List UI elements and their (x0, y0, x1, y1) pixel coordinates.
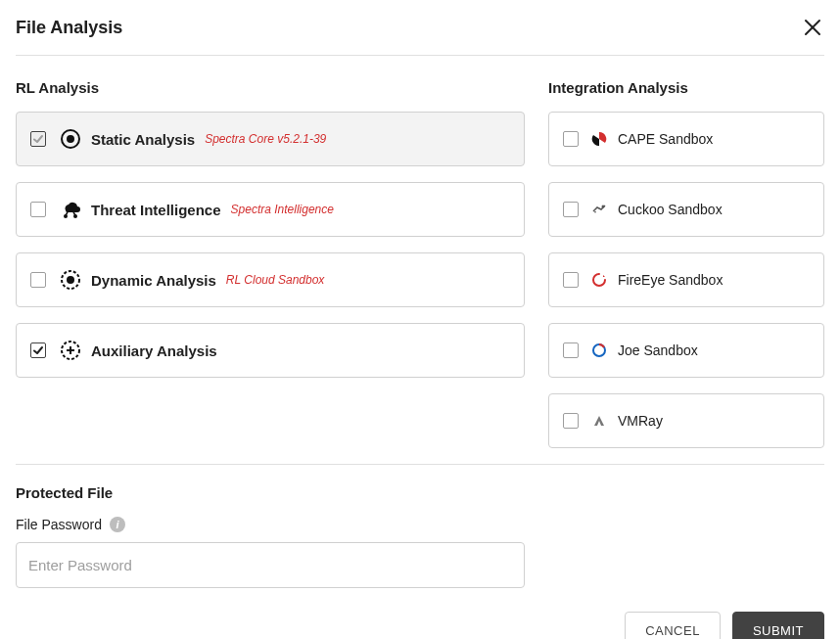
checkbox-vmray[interactable] (563, 413, 579, 429)
svg-point-13 (602, 205, 605, 208)
svg-point-3 (67, 135, 74, 143)
modal-header: File Analysis (16, 16, 824, 55)
close-button[interactable] (801, 16, 824, 39)
check-icon (32, 133, 44, 145)
option-joe-sandbox[interactable]: Joe Sandbox (548, 323, 824, 378)
option-label: Static Analysis (91, 131, 195, 148)
analysis-columns: RL Analysis Static Analysis Spectra Core… (16, 79, 824, 464)
checkbox-cuckoo-sandbox[interactable] (563, 202, 579, 217)
option-static-analysis[interactable]: Static Analysis Spectra Core v5.2.1-39 (16, 112, 525, 166)
rl-analysis-heading: RL Analysis (16, 79, 525, 96)
target-icon (60, 128, 81, 150)
integration-analysis-column: Integration Analysis CAPE Sandbox (548, 79, 824, 464)
option-cuckoo-sandbox[interactable]: Cuckoo Sandbox (548, 182, 824, 237)
file-password-label: File Password (16, 517, 102, 532)
svg-line-7 (73, 212, 75, 215)
protected-file-section: Protected File File Password i (16, 484, 824, 588)
cuckoo-icon (590, 201, 608, 218)
checkbox-static-analysis[interactable] (30, 131, 46, 147)
option-auxiliary-analysis[interactable]: Auxiliary Analysis (16, 323, 525, 378)
option-cape-sandbox[interactable]: CAPE Sandbox (548, 112, 824, 166)
checkbox-fireeye-sandbox[interactable] (563, 272, 579, 288)
cancel-button[interactable]: CANCEL (625, 612, 721, 639)
file-analysis-modal: File Analysis RL Analysis (0, 0, 840, 639)
checkbox-threat-intelligence[interactable] (30, 202, 46, 217)
option-label: CAPE Sandbox (618, 131, 713, 147)
file-password-row: File Password i (16, 517, 824, 532)
option-subtitle: RL Cloud Sandbox (226, 273, 325, 287)
option-label: Threat Intelligence (91, 202, 221, 218)
divider-top (16, 55, 824, 56)
protected-file-heading: Protected File (16, 484, 824, 501)
svg-line-6 (66, 212, 68, 215)
crosshair-plus-icon (60, 340, 81, 361)
option-label: Cuckoo Sandbox (618, 202, 723, 217)
integration-analysis-heading: Integration Analysis (548, 79, 824, 96)
submit-button[interactable]: SUBMIT (732, 612, 824, 639)
rl-analysis-column: RL Analysis Static Analysis Spectra Core… (16, 79, 525, 464)
option-subtitle: Spectra Intelligence (231, 203, 334, 216)
option-label: VMRay (618, 413, 663, 429)
fireeye-icon (590, 271, 608, 289)
svg-point-9 (67, 276, 74, 284)
checkbox-auxiliary-analysis[interactable] (30, 342, 46, 358)
option-label: Dynamic Analysis (91, 272, 216, 289)
option-fireeye-sandbox[interactable]: FireEye Sandbox (548, 252, 824, 307)
option-dynamic-analysis[interactable]: Dynamic Analysis RL Cloud Sandbox (16, 252, 525, 307)
checkbox-dynamic-analysis[interactable] (30, 272, 46, 288)
file-password-input[interactable] (16, 542, 525, 588)
checkbox-cape-sandbox[interactable] (563, 131, 579, 147)
modal-title: File Analysis (16, 18, 122, 38)
vmray-icon (590, 412, 608, 430)
info-icon[interactable]: i (110, 517, 125, 532)
check-icon (32, 344, 44, 356)
option-label: Auxiliary Analysis (91, 342, 217, 359)
modal-footer: CANCEL SUBMIT (16, 612, 824, 639)
option-label: Joe Sandbox (618, 342, 698, 358)
checkbox-joe-sandbox[interactable] (563, 342, 579, 358)
option-label: FireEye Sandbox (618, 272, 723, 288)
option-subtitle: Spectra Core v5.2.1-39 (205, 132, 326, 146)
option-vmray[interactable]: VMRay (548, 393, 824, 448)
joe-icon (590, 342, 608, 359)
dotted-target-icon (60, 269, 81, 291)
option-threat-intelligence[interactable]: Threat Intelligence Spectra Intelligence (16, 182, 525, 237)
close-icon (804, 19, 821, 36)
cape-icon (590, 130, 608, 148)
cloud-nodes-icon (60, 199, 81, 220)
divider-bottom (16, 464, 824, 465)
